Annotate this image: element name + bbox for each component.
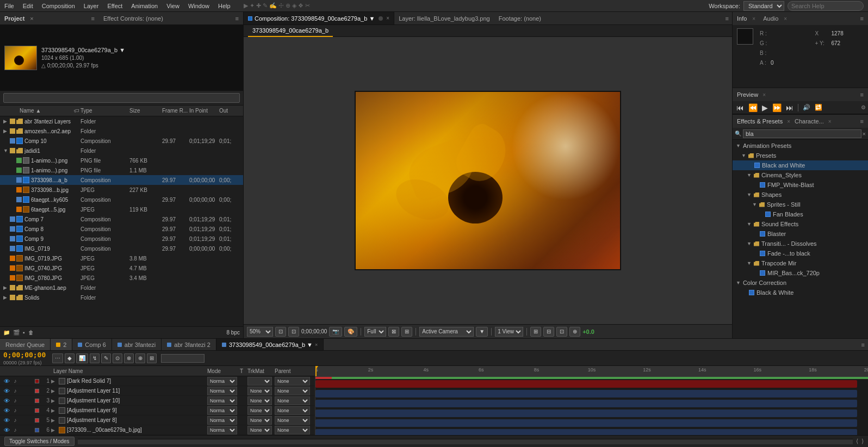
info-close[interactable]: ×: [752, 16, 755, 22]
project-list-item[interactable]: IMG_0780.JPGJPEG3.4 MB: [0, 273, 243, 283]
layer-trkmat-select[interactable]: None: [247, 406, 272, 415]
list-item-expand[interactable]: ▶: [3, 119, 9, 124]
project-list-item[interactable]: IMG_0719.JPGJPEG3.8 MB: [0, 253, 243, 263]
effects-list-item[interactable]: Blaster: [733, 229, 868, 239]
tl-motion-btn[interactable]: ↯: [90, 353, 100, 363]
layer-row[interactable]: 👁♪1▶[Dark Red Solid 7]NormaNone: [0, 376, 315, 386]
menu-animation[interactable]: Animation: [131, 3, 158, 9]
prev-forward-btn[interactable]: ⏩: [771, 102, 783, 113]
layer-expand-icon[interactable]: ▶: [51, 378, 59, 384]
layer-trkmat-select[interactable]: None: [247, 416, 272, 425]
layer-row[interactable]: 👁♪6▶[373309... _00cae6279a_b.jpg]NormaNo…: [0, 425, 315, 435]
character-tab[interactable]: Characte...: [795, 118, 824, 125]
menu-edit[interactable]: Edit: [23, 3, 33, 9]
layer-expand-icon[interactable]: ▶: [51, 388, 59, 394]
workspace-select[interactable]: Standard: [743, 1, 784, 11]
layer-parent-select[interactable]: None: [275, 377, 310, 386]
effects-close[interactable]: ×: [787, 119, 790, 125]
tl-roto-btn[interactable]: ⊗: [124, 353, 134, 363]
new-solid-btn[interactable]: ▪: [23, 330, 25, 336]
project-list-item[interactable]: 1-animo...).pngPNG file1.1 MB: [0, 165, 243, 175]
project-list-item[interactable]: Comp 9Composition29.970;01;19;290;01;: [0, 234, 243, 244]
layer-mode-select[interactable]: Norma: [207, 377, 237, 386]
color-btn[interactable]: 🎨: [344, 327, 357, 337]
layer-row[interactable]: 👁♪4▶[Adjustment Layer 9]NormaNoneNone: [0, 406, 315, 415]
view-option-btn[interactable]: ▼: [476, 327, 488, 337]
view-select[interactable]: Active Camera: [419, 327, 474, 337]
layer-visibility-icon[interactable]: 👁: [2, 417, 11, 424]
timeline-tab-abr2[interactable]: abr 3fantezi 2: [162, 339, 216, 351]
layer-expand-icon[interactable]: ▶: [51, 427, 59, 433]
playhead[interactable]: [315, 366, 317, 376]
composition-viewer-area[interactable]: [244, 37, 732, 324]
layer-audio-icon[interactable]: ♪: [11, 417, 20, 423]
layer-trkmat-select[interactable]: None: [247, 387, 272, 395]
effects-search-clear[interactable]: ×: [863, 131, 866, 137]
layer-row[interactable]: 👁♪5▶[Adjustment Layer 8]NormaNoneNone: [0, 415, 315, 425]
project-list-item[interactable]: 1-animo...).pngPNG file766 KB: [0, 156, 243, 165]
menu-help[interactable]: Help: [218, 3, 231, 9]
layer-trkmat-select[interactable]: [247, 377, 272, 386]
timeline-footer-expand[interactable]: ⟩: [861, 438, 864, 445]
layer-row[interactable]: 👁♪2▶[Adjustment Layer 11]NormaNoneNone: [0, 386, 315, 396]
comp-tab-main[interactable]: Composition: 3733098549_00cae6279a_b ▼ ×: [244, 12, 394, 25]
layer-mode-select[interactable]: Norma: [207, 406, 237, 415]
effects-list-item[interactable]: MIR_Bas...ck_720p: [733, 268, 868, 278]
effects-section-header[interactable]: ▼Sound Effects: [733, 219, 868, 229]
quality-select[interactable]: Full Half: [364, 327, 386, 337]
layer-visibility-icon[interactable]: 👁: [2, 388, 11, 394]
render-btn[interactable]: ⊞: [401, 327, 412, 337]
layer-tab[interactable]: Layer: lliella_BLove_ladybug3.png: [394, 12, 494, 25]
project-list-item[interactable]: 3733098....a_bComposition29.970;00;00;00…: [0, 175, 243, 185]
tl-search-btn[interactable]: ⊞: [147, 353, 157, 363]
prev-play-btn[interactable]: ▶: [760, 102, 770, 113]
effects-section-header[interactable]: ▼Cinema_Styles: [733, 170, 868, 180]
tab-main-close[interactable]: ×: [315, 342, 318, 347]
effects-section-header[interactable]: ▼Sprites - Still: [733, 200, 868, 209]
effects-list-item[interactable]: Fade -...to black: [733, 249, 868, 258]
timeline-tab-abr1[interactable]: abr 3fantezi: [112, 339, 162, 351]
project-list-item[interactable]: ▶SolidsFolder: [0, 293, 243, 302]
footage-tab[interactable]: Footage: (none): [494, 12, 545, 25]
timeline-tab-2[interactable]: 2: [51, 339, 72, 351]
layer-mode-select[interactable]: Norma: [207, 426, 237, 434]
effects-search-input[interactable]: [743, 129, 861, 138]
effects-list-item[interactable]: Black & White: [733, 288, 868, 297]
character-close[interactable]: ×: [828, 119, 832, 125]
prev-loop-btn[interactable]: 🔁: [813, 103, 824, 112]
layer-mode-select[interactable]: Norma: [207, 396, 237, 405]
prev-last-btn[interactable]: ⏭: [784, 102, 795, 113]
project-list-item[interactable]: ▼jadidi1Folder: [0, 146, 243, 156]
project-menu[interactable]: ≡: [91, 15, 95, 22]
info-panel-menu[interactable]: ≡: [860, 15, 864, 22]
layer-parent-select[interactable]: None: [275, 426, 310, 434]
layer-parent-select[interactable]: None: [275, 387, 310, 395]
prev-back-btn[interactable]: ⏪: [747, 102, 759, 113]
new-folder-btn[interactable]: 📁: [3, 330, 10, 336]
effects-list-item[interactable]: Fan Blades: [733, 209, 868, 219]
3d-btn[interactable]: ⊕: [569, 327, 580, 337]
comp-tab-close[interactable]: ×: [386, 15, 389, 21]
layer-visibility-icon[interactable]: 👁: [2, 407, 11, 414]
layer-mode-select[interactable]: Norma: [207, 387, 237, 395]
project-list-item[interactable]: 3733098...b.jpgJPEG227 KB: [0, 185, 243, 195]
effects-list-item[interactable]: Black and White: [733, 160, 868, 170]
effects-section-header[interactable]: ▼Presets: [733, 151, 868, 160]
menu-file[interactable]: File: [4, 3, 14, 9]
list-item-expand[interactable]: ▶: [3, 285, 9, 290]
prev-audio-btn[interactable]: 🔊: [801, 103, 812, 112]
project-list-item[interactable]: IMG_0740.JPGJPEG4.7 MB: [0, 263, 243, 273]
layer-visibility-icon[interactable]: 👁: [2, 427, 11, 433]
search-help-input[interactable]: [788, 1, 864, 11]
menu-view[interactable]: View: [166, 3, 179, 9]
snap-layer-btn[interactable]: ⊡: [556, 327, 567, 337]
effects-section-header[interactable]: ▼Transiti... - Dissolves: [733, 239, 868, 249]
effects-section-header[interactable]: ▼Shapes: [733, 190, 868, 200]
tl-puppet-btn[interactable]: ⊙: [113, 353, 122, 363]
tl-paint-btn[interactable]: ✎: [101, 353, 111, 363]
track-area[interactable]: 0s2s4s6s8s10s12s14s16s18s20s: [315, 366, 868, 435]
new-comp-btn[interactable]: 🎬: [13, 330, 20, 336]
layer-expand-icon[interactable]: ▶: [51, 398, 59, 403]
list-item-expand[interactable]: ▶: [3, 295, 9, 300]
tl-graph-btn[interactable]: 📊: [76, 353, 88, 363]
